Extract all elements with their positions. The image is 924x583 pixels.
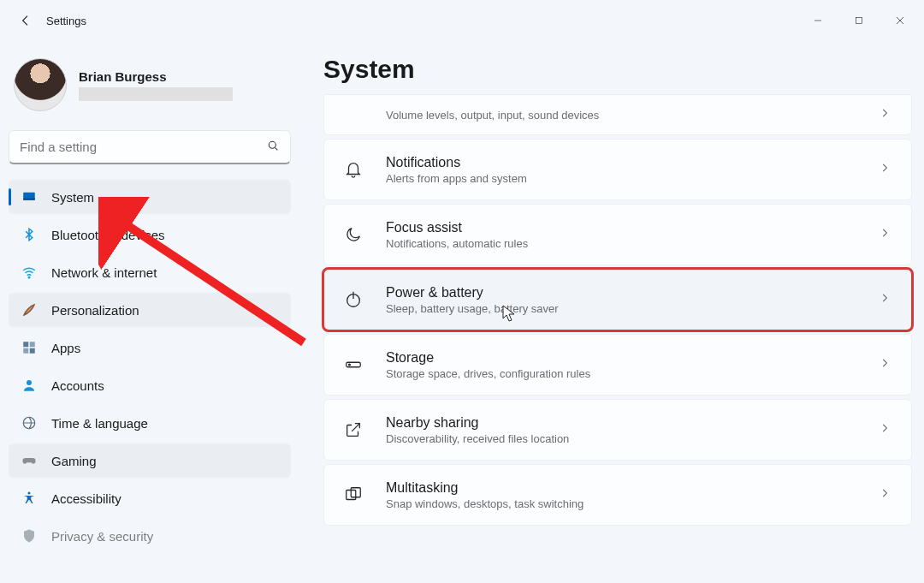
- sidebar-item-accessibility[interactable]: Accessibility: [9, 481, 291, 515]
- main-content: System Volume levels, output, input, sou…: [299, 41, 924, 583]
- sidebar-item-gaming[interactable]: Gaming: [9, 443, 291, 478]
- chevron-right-icon: [879, 107, 891, 122]
- wifi-icon: [21, 264, 38, 281]
- sidebar-item-network[interactable]: Network & internet: [9, 255, 291, 289]
- avatar: [14, 58, 67, 111]
- sidebar-item-label: System: [51, 190, 94, 205]
- chevron-right-icon: [879, 422, 891, 437]
- card-multitasking[interactable]: Multitasking Snap windows, desktops, tas…: [323, 464, 912, 526]
- share-icon: [341, 420, 365, 439]
- bell-icon: [341, 160, 365, 179]
- svg-rect-5: [23, 342, 28, 347]
- sidebar-item-label: Accessibility: [51, 491, 121, 506]
- svg-point-14: [349, 364, 351, 366]
- accessibility-icon: [21, 490, 38, 507]
- svg-rect-3: [23, 199, 35, 200]
- sidebar-item-label: Bluetooth & devices: [51, 228, 165, 242]
- card-nearby[interactable]: Nearby sharing Discoverability, received…: [323, 399, 912, 461]
- account-icon: [21, 377, 38, 394]
- sidebar-item-label: Accounts: [51, 378, 104, 393]
- card-subtitle: Discoverability, received files location: [386, 432, 858, 445]
- card-subtitle: Sleep, battery usage, battery saver: [386, 302, 858, 315]
- svg-rect-8: [30, 348, 35, 354]
- monitor-icon: [21, 188, 38, 205]
- card-subtitle: Volume levels, output, input, sound devi…: [386, 109, 858, 122]
- card-title: Focus assist: [386, 220, 858, 235]
- card-power[interactable]: Power & battery Sleep, battery usage, ba…: [323, 269, 912, 330]
- chevron-right-icon: [879, 357, 891, 372]
- shield-icon: [21, 527, 38, 544]
- profile-name: Brian Burgess: [79, 69, 233, 84]
- sidebar-item-label: Privacy & security: [51, 529, 153, 544]
- gamepad-icon: [21, 452, 38, 469]
- sidebar-item-privacy[interactable]: Privacy & security: [9, 519, 291, 553]
- sidebar-item-personalization[interactable]: Personalization: [9, 293, 291, 327]
- svg-rect-7: [23, 348, 28, 354]
- sidebar-item-apps[interactable]: Apps: [9, 330, 291, 365]
- svg-rect-0: [856, 18, 862, 24]
- sidebar: Brian Burgess System Bluetooth & dev: [0, 41, 299, 583]
- apps-icon: [21, 339, 38, 356]
- profile-block[interactable]: Brian Burgess: [9, 51, 291, 127]
- minimize-button[interactable]: [797, 0, 838, 41]
- card-subtitle: Storage space, drives, configuration rul…: [386, 367, 858, 380]
- chevron-right-icon: [879, 227, 891, 242]
- clock-globe-icon: [21, 414, 38, 431]
- settings-card-list: Volume levels, output, input, sound devi…: [323, 94, 914, 526]
- titlebar: Settings: [0, 0, 924, 41]
- card-title: Multitasking: [386, 480, 858, 496]
- close-button[interactable]: [880, 0, 921, 41]
- card-focus[interactable]: Focus assist Notifications, automatic ru…: [323, 204, 912, 265]
- card-title: Nearby sharing: [386, 415, 858, 431]
- svg-rect-6: [30, 342, 35, 347]
- sidebar-item-label: Personalization: [51, 303, 139, 318]
- svg-point-9: [27, 380, 32, 385]
- chevron-right-icon: [879, 162, 891, 177]
- card-subtitle: Alerts from apps and system: [386, 172, 858, 185]
- sidebar-item-label: Network & internet: [51, 265, 157, 280]
- search-input[interactable]: [20, 140, 266, 154]
- power-icon: [341, 290, 365, 309]
- profile-email-redacted: [79, 87, 233, 101]
- search-box[interactable]: [9, 130, 291, 164]
- svg-point-1: [269, 141, 275, 148]
- maximize-button[interactable]: [838, 0, 880, 41]
- card-subtitle: Snap windows, desktops, task switching: [386, 497, 858, 510]
- chevron-right-icon: [879, 487, 891, 503]
- search-icon: [266, 139, 280, 156]
- sidebar-item-accounts[interactable]: Accounts: [9, 368, 291, 402]
- sidebar-item-system[interactable]: System: [9, 180, 291, 214]
- sidebar-item-label: Time & language: [51, 416, 148, 431]
- sidebar-item-label: Apps: [51, 341, 80, 355]
- card-title: Notifications: [386, 155, 858, 170]
- storage-icon: [341, 355, 365, 374]
- sidebar-item-label: Gaming: [51, 454, 97, 468]
- card-title: Power & battery: [386, 285, 858, 300]
- svg-point-4: [28, 277, 30, 278]
- sidebar-nav: System Bluetooth & devices Network & int…: [9, 180, 291, 553]
- card-notifications[interactable]: Notifications Alerts from apps and syste…: [323, 139, 912, 200]
- back-button[interactable]: [17, 12, 34, 29]
- chevron-right-icon: [879, 292, 891, 307]
- svg-point-11: [28, 492, 31, 495]
- page-title: System: [323, 55, 914, 84]
- sidebar-item-time[interactable]: Time & language: [9, 406, 291, 440]
- bluetooth-icon: [21, 226, 38, 243]
- brush-icon: [21, 301, 38, 318]
- moon-icon: [341, 225, 365, 244]
- card-title: Storage: [386, 350, 858, 366]
- card-subtitle: Notifications, automatic rules: [386, 237, 858, 250]
- window-controls: [797, 0, 921, 41]
- app-title: Settings: [46, 15, 86, 27]
- card-sound[interactable]: Volume levels, output, input, sound devi…: [323, 94, 912, 135]
- multitask-icon: [341, 485, 365, 504]
- sidebar-item-bluetooth[interactable]: Bluetooth & devices: [9, 217, 291, 252]
- card-storage[interactable]: Storage Storage space, drives, configura…: [323, 334, 912, 396]
